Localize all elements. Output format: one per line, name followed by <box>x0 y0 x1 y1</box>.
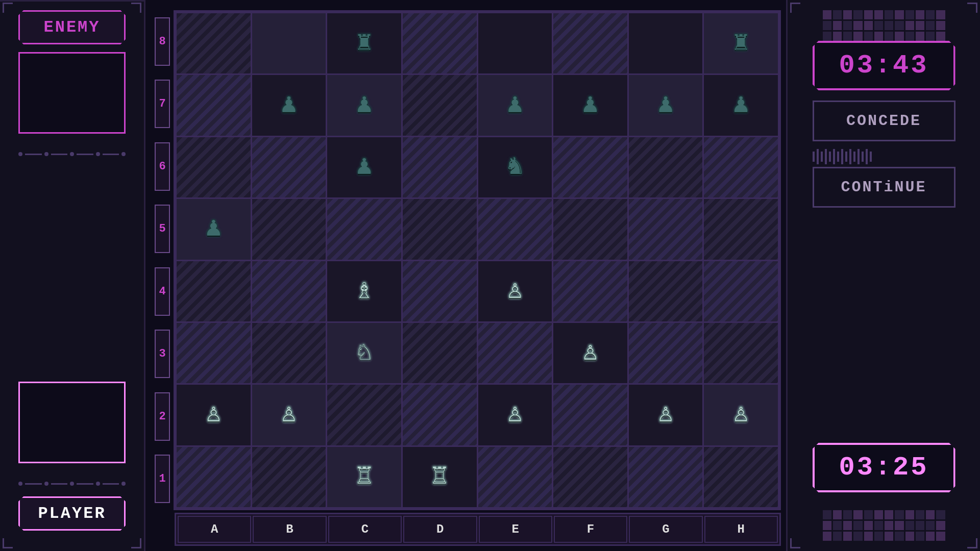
board-cell[interactable]: ♙ <box>704 385 778 445</box>
piece-dark[interactable]: ♜ <box>356 30 372 57</box>
piece-light[interactable]: ♙ <box>582 340 598 366</box>
board-cell[interactable] <box>403 75 477 135</box>
board-cell[interactable] <box>252 323 326 383</box>
piece-light[interactable]: ♘ <box>356 340 372 366</box>
chess-board[interactable]: ♜♜♟♟♟♟♟♟♟♞♟♗♙♘♙♙♙♙♙♙♖♖ <box>174 10 781 510</box>
board-cell[interactable]: ♗ <box>327 261 401 321</box>
piece-dark[interactable]: ♟ <box>281 92 297 119</box>
board-cell[interactable] <box>252 447 326 507</box>
board-cell[interactable] <box>403 137 477 197</box>
piece-light[interactable]: ♗ <box>356 278 372 305</box>
piece-dark[interactable]: ♞ <box>507 154 523 181</box>
board-cell[interactable]: ♟ <box>629 75 703 135</box>
board-cell[interactable] <box>629 13 703 73</box>
board-cell[interactable] <box>629 323 703 383</box>
board-cell[interactable]: ♟ <box>553 75 627 135</box>
board-cell[interactable]: ♟ <box>327 137 401 197</box>
piece-light[interactable]: ♖ <box>356 464 372 490</box>
board-cell[interactable] <box>629 261 703 321</box>
board-cell[interactable] <box>629 199 703 259</box>
board-cell[interactable] <box>403 323 477 383</box>
board-cell[interactable]: ♙ <box>177 385 251 445</box>
piece-light[interactable]: ♙ <box>507 278 523 305</box>
board-cell[interactable] <box>327 199 401 259</box>
board-cell[interactable]: ♙ <box>629 385 703 445</box>
piece-dark[interactable]: ♟ <box>582 92 598 119</box>
corner-deco-br <box>131 538 141 548</box>
concede-button[interactable]: CONCEDE <box>813 101 955 141</box>
board-cell[interactable] <box>177 261 251 321</box>
board-cell[interactable] <box>177 323 251 383</box>
board-cell[interactable]: ♟ <box>704 75 778 135</box>
board-cell[interactable]: ♟ <box>252 75 326 135</box>
board-cell[interactable] <box>553 199 627 259</box>
piece-light[interactable]: ♙ <box>507 402 523 428</box>
board-cell[interactable] <box>478 447 552 507</box>
board-cell[interactable] <box>629 137 703 197</box>
divider-deco <box>813 149 955 164</box>
board-cell[interactable]: ♟ <box>478 75 552 135</box>
board-cell[interactable] <box>403 261 477 321</box>
board-cell[interactable] <box>327 385 401 445</box>
board-cell[interactable] <box>629 447 703 507</box>
board-cell[interactable] <box>553 261 627 321</box>
file-c: C <box>328 516 402 543</box>
board-cell[interactable] <box>553 137 627 197</box>
board-cell[interactable] <box>177 13 251 73</box>
board-cell[interactable] <box>177 75 251 135</box>
board-cell[interactable]: ♙ <box>478 385 552 445</box>
right-corner-tl <box>790 3 800 13</box>
board-cell[interactable]: ♙ <box>252 385 326 445</box>
board-cell[interactable] <box>252 137 326 197</box>
board-cell[interactable] <box>252 261 326 321</box>
board-cell[interactable] <box>704 261 778 321</box>
piece-dark[interactable]: ♟ <box>356 154 372 181</box>
board-cell[interactable] <box>704 447 778 507</box>
rank-3: 3 <box>155 330 170 378</box>
board-cell[interactable] <box>478 13 552 73</box>
board-cell[interactable] <box>252 199 326 259</box>
board-cell[interactable]: ♜ <box>327 13 401 73</box>
board-cell[interactable] <box>704 323 778 383</box>
board-cell[interactable] <box>403 13 477 73</box>
board-cell[interactable]: ♞ <box>478 137 552 197</box>
board-cell[interactable] <box>478 199 552 259</box>
piece-dark[interactable]: ♟ <box>206 216 222 242</box>
continue-button[interactable]: CONTiNUE <box>813 167 955 208</box>
corner-deco-tl <box>3 3 13 13</box>
board-cell[interactable]: ♟ <box>327 75 401 135</box>
board-cell[interactable] <box>704 199 778 259</box>
board-cell[interactable] <box>403 199 477 259</box>
board-cell[interactable]: ♙ <box>553 323 627 383</box>
board-cell[interactable] <box>177 137 251 197</box>
board-cell[interactable] <box>478 323 552 383</box>
player-time: 03:25 <box>825 453 943 483</box>
player-capture-box <box>18 382 126 463</box>
piece-light[interactable]: ♙ <box>733 402 749 428</box>
piece-light[interactable]: ♙ <box>281 402 297 428</box>
board-cell[interactable]: ♙ <box>478 261 552 321</box>
file-a: A <box>178 516 251 543</box>
corner-deco-bl <box>3 538 13 548</box>
board-cell[interactable]: ♘ <box>327 323 401 383</box>
board-cell[interactable] <box>704 137 778 197</box>
board-cell[interactable] <box>553 447 627 507</box>
board-cell[interactable] <box>553 13 627 73</box>
board-cell[interactable] <box>252 13 326 73</box>
piece-light[interactable]: ♖ <box>432 464 448 490</box>
right-corner-tr <box>967 3 977 13</box>
board-cell[interactable] <box>177 447 251 507</box>
piece-light[interactable]: ♙ <box>206 402 222 428</box>
piece-dark[interactable]: ♟ <box>507 92 523 119</box>
board-cell[interactable] <box>403 385 477 445</box>
piece-dark[interactable]: ♜ <box>733 30 749 57</box>
board-cell[interactable]: ♜ <box>704 13 778 73</box>
board-cell[interactable] <box>553 385 627 445</box>
piece-dark[interactable]: ♟ <box>733 92 749 119</box>
board-cell[interactable]: ♟ <box>177 199 251 259</box>
board-cell[interactable]: ♖ <box>403 447 477 507</box>
piece-dark[interactable]: ♟ <box>356 92 372 119</box>
board-cell[interactable]: ♖ <box>327 447 401 507</box>
piece-dark[interactable]: ♟ <box>657 92 673 119</box>
piece-light[interactable]: ♙ <box>657 402 673 428</box>
